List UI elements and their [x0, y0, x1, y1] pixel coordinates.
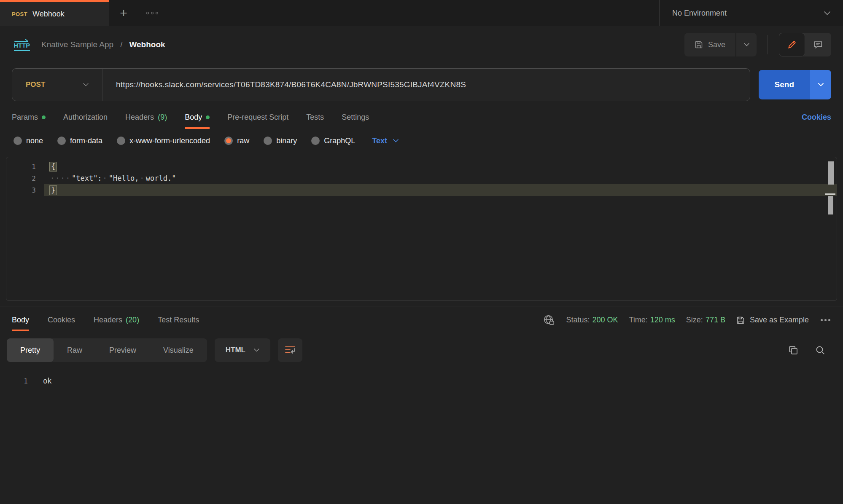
bracket-match: { [49, 162, 57, 172]
breadcrumb-collection[interactable]: Knative Sample App [41, 40, 113, 49]
copy-icon[interactable] [788, 345, 798, 355]
tab-pre-request-script[interactable]: Pre-request Script [227, 105, 288, 130]
view-visualize[interactable]: Visualize [150, 338, 207, 362]
send-button[interactable]: Send [759, 70, 810, 99]
response-body-actions [788, 345, 836, 355]
tab-headers[interactable]: Headers (9) [125, 105, 167, 130]
radio-graphql[interactable]: GraphQL [311, 137, 355, 145]
whitespace-dot: · [139, 174, 146, 182]
environment-label: No Environment [672, 9, 727, 18]
size-badge: Size:771 B [686, 316, 725, 324]
response-body: 1 ok [0, 367, 843, 385]
breadcrumb-separator: / [120, 40, 122, 49]
chevron-down-icon [83, 83, 89, 86]
response-tab-body[interactable]: Body [12, 306, 29, 334]
save-icon [695, 40, 703, 49]
radio-none[interactable]: none [13, 137, 43, 145]
response-tab-test-results[interactable]: Test Results [158, 306, 199, 334]
editor-line: 2 ····"text":·"Hello,·world." [6, 172, 837, 184]
line-number: 3 [6, 186, 36, 194]
whitespace-dots: ···· [49, 174, 72, 182]
top-tab-strip: POST Webhook + No Environment [0, 0, 843, 26]
line-number: 2 [6, 174, 36, 182]
body-type-row: none form-data x-www-form-urlencoded raw… [0, 130, 843, 152]
response-options-button[interactable] [820, 316, 831, 324]
comment-icon [813, 40, 823, 49]
line-number: 1 [6, 163, 36, 171]
response-tab-cookies[interactable]: Cookies [48, 306, 75, 334]
comment-button[interactable] [805, 33, 831, 56]
http-request-icon: HTTP [12, 38, 32, 51]
more-options-icon [821, 319, 823, 321]
line-number: 1 [0, 377, 28, 385]
save-button[interactable]: Save [684, 33, 736, 56]
chevron-down-icon [818, 83, 824, 86]
response-meta: Status:200 OK Time:120 ms Size:771 B Sav… [543, 314, 831, 326]
tab-options-button[interactable] [138, 0, 166, 26]
save-as-example-button[interactable]: Save as Example [736, 316, 809, 324]
edit-pencil-icon [787, 40, 797, 49]
params-active-dot [42, 115, 46, 119]
chevron-down-icon [744, 43, 749, 46]
request-tabs: Params Authorization Headers (9) Body Pr… [0, 105, 843, 130]
status-badge: Status:200 OK [566, 316, 618, 324]
edit-comment-group [779, 33, 831, 56]
method-label: POST [26, 80, 45, 89]
request-header-row: HTTP Knative Sample App / Webhook Save [0, 26, 843, 63]
radio-x-www-form-urlencoded[interactable]: x-www-form-urlencoded [117, 137, 210, 145]
radio-binary[interactable]: binary [264, 137, 297, 145]
editor-line: 1 { [6, 161, 837, 172]
search-icon[interactable] [815, 345, 825, 355]
request-tab[interactable]: POST Webhook [0, 0, 109, 26]
tab-params[interactable]: Params [12, 105, 46, 130]
time-badge: Time:120 ms [629, 316, 675, 324]
breadcrumb-request-name: Webhook [129, 40, 165, 49]
url-bar: POST https://hooks.slack.com/services/T0… [12, 68, 750, 101]
body-active-dot [206, 115, 210, 119]
editor-scrollbar-thumb[interactable] [828, 161, 834, 185]
whitespace-dot: · [102, 174, 109, 182]
editor-scroll-annotation [825, 193, 835, 195]
tab-title: Webhook [32, 10, 65, 19]
url-input[interactable]: https://hooks.slack.com/services/T06TD83… [102, 80, 466, 89]
response-tabs-row: Body Cookies Headers (20) Test Results S… [0, 306, 843, 334]
radio-circle [264, 137, 272, 145]
method-selector[interactable]: POST [12, 69, 102, 101]
edit-request-button[interactable] [779, 33, 805, 56]
tab-body[interactable]: Body [185, 105, 210, 130]
response-line: 1 ok [0, 377, 843, 385]
tab-tests[interactable]: Tests [306, 105, 324, 130]
save-options-button[interactable] [736, 33, 757, 56]
new-tab-button[interactable]: + [109, 0, 138, 26]
send-options-button[interactable] [810, 70, 831, 99]
network-info-icon[interactable] [543, 314, 555, 326]
header-actions: Save [684, 33, 831, 56]
radio-circle [311, 137, 320, 145]
request-url-row: POST https://hooks.slack.com/services/T0… [0, 68, 843, 101]
radio-form-data[interactable]: form-data [57, 137, 102, 145]
plus-icon: + [120, 6, 127, 20]
view-preview[interactable]: Preview [96, 338, 150, 362]
view-raw[interactable]: Raw [54, 338, 96, 362]
view-pretty[interactable]: Pretty [7, 338, 54, 362]
vertical-divider [768, 35, 768, 54]
cookies-link[interactable]: Cookies [802, 113, 831, 122]
response-view-switcher: Pretty Raw Preview Visualize [7, 338, 207, 362]
request-body-editor[interactable]: 1 { 2 ····"text":·"Hello,·world." 3 } [6, 157, 837, 301]
raw-format-selector[interactable]: Text [372, 137, 399, 145]
bracket-match: } [49, 185, 57, 195]
radio-circle [117, 137, 125, 145]
radio-raw[interactable]: raw [224, 137, 249, 145]
wrap-lines-button[interactable] [278, 338, 302, 362]
environment-selector[interactable]: No Environment [659, 0, 843, 26]
editor-line-current: 3 } [6, 184, 837, 196]
save-button-label: Save [708, 40, 725, 49]
response-tab-headers[interactable]: Headers (20) [94, 306, 139, 334]
tab-settings[interactable]: Settings [342, 105, 369, 130]
radio-circle [57, 137, 66, 145]
tab-authorization[interactable]: Authorization [63, 105, 108, 130]
chevron-down-icon [254, 349, 259, 352]
radio-circle [13, 137, 22, 145]
response-headers-count: (20) [126, 316, 139, 324]
response-format-selector[interactable]: HTML [215, 338, 270, 362]
